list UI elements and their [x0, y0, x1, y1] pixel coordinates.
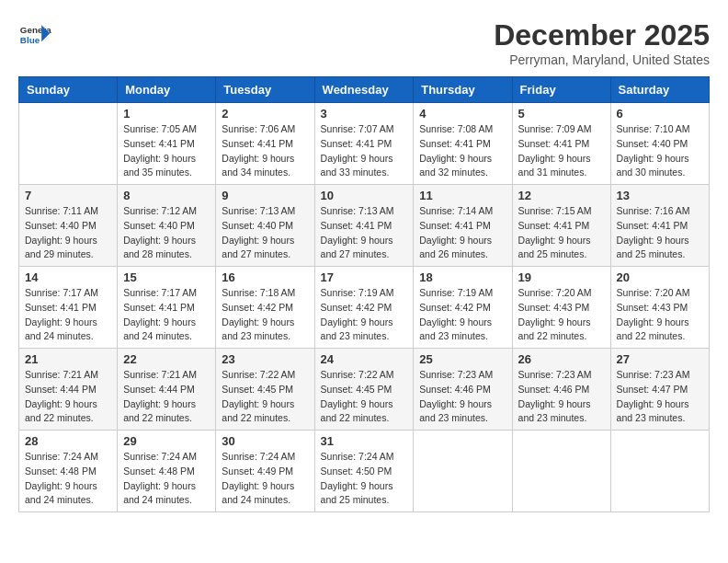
day-info: Sunrise: 7:17 AMSunset: 4:41 PMDaylight:…	[123, 286, 210, 344]
calendar-day-cell: 8Sunrise: 7:12 AMSunset: 4:40 PMDaylight…	[118, 185, 216, 267]
day-number: 4	[419, 107, 506, 121]
day-of-week-header: Saturday	[610, 77, 709, 103]
day-number: 13	[617, 189, 703, 202]
calendar-day-cell: 31Sunrise: 7:24 AMSunset: 4:50 PMDayligh…	[314, 431, 414, 512]
day-info: Sunrise: 7:18 AMSunset: 4:42 PMDaylight:…	[222, 286, 308, 344]
day-number: 19	[518, 270, 605, 284]
calendar-day-cell: 21Sunrise: 7:21 AMSunset: 4:44 PMDayligh…	[19, 349, 118, 431]
day-number: 18	[419, 270, 506, 284]
calendar-week-row: 7Sunrise: 7:11 AMSunset: 4:40 PMDaylight…	[19, 185, 710, 267]
day-info: Sunrise: 7:08 AMSunset: 4:41 PMDaylight:…	[419, 122, 506, 180]
calendar-day-cell: 24Sunrise: 7:22 AMSunset: 4:45 PMDayligh…	[314, 349, 414, 431]
calendar-day-cell: 13Sunrise: 7:16 AMSunset: 4:41 PMDayligh…	[610, 185, 709, 267]
day-info: Sunrise: 7:20 AMSunset: 4:43 PMDaylight:…	[518, 286, 605, 344]
svg-text:Blue: Blue	[20, 35, 40, 45]
calendar-week-row: 28Sunrise: 7:24 AMSunset: 4:48 PMDayligh…	[19, 431, 710, 512]
day-info: Sunrise: 7:24 AMSunset: 4:50 PMDaylight:…	[321, 450, 408, 508]
calendar-day-cell: 14Sunrise: 7:17 AMSunset: 4:41 PMDayligh…	[19, 267, 118, 349]
day-number: 7	[25, 189, 111, 202]
day-number: 9	[222, 189, 308, 202]
title-section: December 2025 Perryman, Maryland, United…	[494, 18, 710, 67]
day-number: 17	[321, 270, 408, 284]
calendar-day-cell: 9Sunrise: 7:13 AMSunset: 4:40 PMDaylight…	[216, 185, 314, 267]
day-info: Sunrise: 7:24 AMSunset: 4:49 PMDaylight:…	[222, 450, 308, 508]
calendar-week-row: 21Sunrise: 7:21 AMSunset: 4:44 PMDayligh…	[19, 349, 710, 431]
day-of-week-header: Tuesday	[216, 77, 314, 103]
day-number: 5	[518, 107, 605, 121]
day-number: 29	[123, 434, 210, 448]
day-number: 26	[518, 352, 605, 366]
calendar-day-cell: 29Sunrise: 7:24 AMSunset: 4:48 PMDayligh…	[118, 431, 216, 512]
day-info: Sunrise: 7:13 AMSunset: 4:41 PMDaylight:…	[321, 204, 408, 262]
day-number: 10	[321, 189, 408, 202]
day-number: 3	[321, 107, 408, 121]
calendar-day-cell	[610, 431, 709, 512]
day-info: Sunrise: 7:05 AMSunset: 4:41 PMDaylight:…	[123, 122, 210, 180]
day-number: 25	[419, 352, 506, 366]
calendar-day-cell: 4Sunrise: 7:08 AMSunset: 4:41 PMDaylight…	[414, 103, 512, 185]
day-info: Sunrise: 7:07 AMSunset: 4:41 PMDaylight:…	[321, 122, 408, 180]
day-info: Sunrise: 7:19 AMSunset: 4:42 PMDaylight:…	[419, 286, 506, 344]
calendar-day-cell: 12Sunrise: 7:15 AMSunset: 4:41 PMDayligh…	[512, 185, 610, 267]
day-number: 15	[123, 270, 210, 284]
day-number: 14	[25, 270, 111, 284]
day-number: 1	[123, 107, 210, 121]
day-number: 16	[222, 270, 308, 284]
day-info: Sunrise: 7:21 AMSunset: 4:44 PMDaylight:…	[25, 368, 111, 426]
day-of-week-header: Sunday	[19, 77, 118, 103]
location: Perryman, Maryland, United States	[494, 52, 710, 67]
calendar-table: SundayMondayTuesdayWednesdayThursdayFrid…	[18, 76, 710, 512]
calendar-day-cell: 16Sunrise: 7:18 AMSunset: 4:42 PMDayligh…	[216, 267, 314, 349]
calendar-day-cell: 6Sunrise: 7:10 AMSunset: 4:40 PMDaylight…	[610, 103, 709, 185]
day-number: 6	[617, 107, 703, 121]
day-number: 27	[617, 352, 703, 366]
day-info: Sunrise: 7:13 AMSunset: 4:40 PMDaylight:…	[222, 204, 308, 262]
day-number: 23	[222, 352, 308, 366]
day-info: Sunrise: 7:22 AMSunset: 4:45 PMDaylight:…	[321, 368, 408, 426]
day-info: Sunrise: 7:24 AMSunset: 4:48 PMDaylight:…	[25, 450, 111, 508]
day-info: Sunrise: 7:15 AMSunset: 4:41 PMDaylight:…	[518, 204, 605, 262]
day-info: Sunrise: 7:22 AMSunset: 4:45 PMDaylight:…	[222, 368, 308, 426]
calendar-day-cell: 19Sunrise: 7:20 AMSunset: 4:43 PMDayligh…	[512, 267, 610, 349]
day-info: Sunrise: 7:24 AMSunset: 4:48 PMDaylight:…	[123, 450, 210, 508]
calendar-day-cell	[414, 431, 512, 512]
calendar-day-cell: 2Sunrise: 7:06 AMSunset: 4:41 PMDaylight…	[216, 103, 314, 185]
month-title: December 2025	[494, 18, 710, 52]
day-info: Sunrise: 7:12 AMSunset: 4:40 PMDaylight:…	[123, 204, 210, 262]
calendar-day-cell: 15Sunrise: 7:17 AMSunset: 4:41 PMDayligh…	[118, 267, 216, 349]
day-info: Sunrise: 7:11 AMSunset: 4:40 PMDaylight:…	[25, 204, 111, 262]
calendar-day-cell: 5Sunrise: 7:09 AMSunset: 4:41 PMDaylight…	[512, 103, 610, 185]
day-info: Sunrise: 7:20 AMSunset: 4:43 PMDaylight:…	[617, 286, 703, 344]
calendar-day-cell: 17Sunrise: 7:19 AMSunset: 4:42 PMDayligh…	[314, 267, 414, 349]
day-info: Sunrise: 7:21 AMSunset: 4:44 PMDaylight:…	[123, 368, 210, 426]
day-info: Sunrise: 7:09 AMSunset: 4:41 PMDaylight:…	[518, 122, 605, 180]
day-number: 22	[123, 352, 210, 366]
calendar-week-row: 1Sunrise: 7:05 AMSunset: 4:41 PMDaylight…	[19, 103, 710, 185]
calendar-day-cell: 23Sunrise: 7:22 AMSunset: 4:45 PMDayligh…	[216, 349, 314, 431]
calendar-day-cell: 7Sunrise: 7:11 AMSunset: 4:40 PMDaylight…	[19, 185, 118, 267]
day-of-week-header: Friday	[512, 77, 610, 103]
calendar-week-row: 14Sunrise: 7:17 AMSunset: 4:41 PMDayligh…	[19, 267, 710, 349]
calendar-day-cell: 11Sunrise: 7:14 AMSunset: 4:41 PMDayligh…	[414, 185, 512, 267]
day-info: Sunrise: 7:23 AMSunset: 4:47 PMDaylight:…	[617, 368, 703, 426]
calendar-day-cell: 18Sunrise: 7:19 AMSunset: 4:42 PMDayligh…	[414, 267, 512, 349]
day-number: 31	[321, 434, 408, 448]
day-number: 28	[25, 434, 111, 448]
calendar-day-cell: 27Sunrise: 7:23 AMSunset: 4:47 PMDayligh…	[610, 349, 709, 431]
calendar-day-cell	[19, 103, 118, 185]
day-number: 21	[25, 352, 111, 366]
calendar-day-cell: 30Sunrise: 7:24 AMSunset: 4:49 PMDayligh…	[216, 431, 314, 512]
day-number: 20	[617, 270, 703, 284]
calendar-day-cell: 28Sunrise: 7:24 AMSunset: 4:48 PMDayligh…	[19, 431, 118, 512]
day-info: Sunrise: 7:23 AMSunset: 4:46 PMDaylight:…	[419, 368, 506, 426]
day-info: Sunrise: 7:14 AMSunset: 4:41 PMDaylight:…	[419, 204, 506, 262]
day-number: 11	[419, 189, 506, 202]
day-number: 8	[123, 189, 210, 202]
logo-icon: General Blue	[18, 18, 51, 52]
calendar-day-cell: 3Sunrise: 7:07 AMSunset: 4:41 PMDaylight…	[314, 103, 414, 185]
day-number: 24	[321, 352, 408, 366]
day-info: Sunrise: 7:16 AMSunset: 4:41 PMDaylight:…	[617, 204, 703, 262]
day-of-week-header: Monday	[118, 77, 216, 103]
day-of-week-header: Thursday	[414, 77, 512, 103]
calendar-day-cell: 10Sunrise: 7:13 AMSunset: 4:41 PMDayligh…	[314, 185, 414, 267]
